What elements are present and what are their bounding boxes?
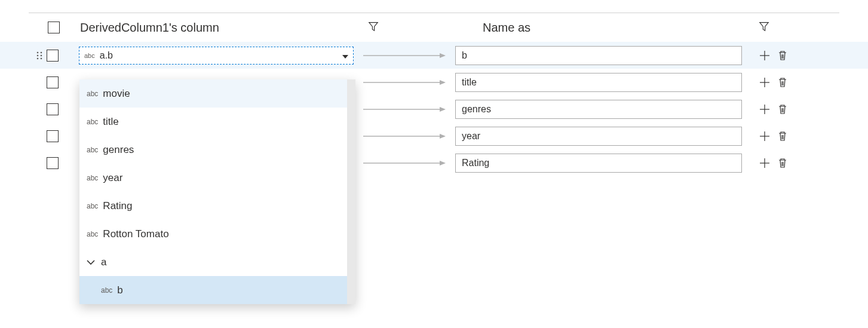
svg-point-2 — [37, 54, 39, 56]
filter-icon[interactable] — [368, 21, 379, 35]
name-as-input[interactable] — [455, 154, 742, 173]
column-dropdown[interactable]: abc movie abc title abc genres abc year … — [79, 79, 355, 176]
row-checkbox[interactable] — [47, 50, 59, 62]
mapping-arrow — [354, 79, 455, 85]
dropdown-option-label: title — [103, 116, 118, 128]
svg-point-5 — [41, 57, 42, 59]
name-as-input[interactable] — [455, 127, 742, 146]
svg-point-1 — [41, 51, 42, 53]
name-as-input[interactable] — [455, 73, 742, 92]
chevron-down-icon — [342, 51, 348, 60]
source-column-value: a.b — [100, 50, 342, 61]
select-all-checkbox[interactable] — [48, 22, 60, 33]
mapping-arrow — [354, 53, 455, 59]
type-badge: abc — [87, 174, 98, 177]
type-badge: abc — [87, 146, 98, 154]
svg-point-4 — [37, 57, 39, 59]
mapping-arrow — [354, 160, 455, 166]
row-checkbox[interactable] — [47, 130, 59, 142]
dropdown-option[interactable]: abc genres — [79, 136, 355, 164]
delete-button[interactable] — [777, 157, 789, 169]
top-divider — [29, 0, 839, 13]
dropdown-option-label: movie — [103, 88, 130, 100]
delete-button[interactable] — [777, 130, 789, 142]
dropdown-option[interactable]: abc movie — [79, 79, 355, 108]
type-badge: abc — [87, 118, 98, 126]
delete-button[interactable] — [777, 76, 789, 88]
name-as-header: Name as — [483, 21, 769, 35]
dropdown-option-label: year — [103, 172, 122, 177]
row-checkbox[interactable] — [47, 76, 59, 88]
mapping-row: abc a.b — [0, 42, 868, 69]
add-button[interactable] — [759, 76, 771, 88]
source-column-header-label: DerivedColumn1's column — [80, 21, 368, 35]
dropdown-scrollbar[interactable] — [347, 79, 355, 176]
name-as-input[interactable] — [455, 100, 742, 119]
filter-icon[interactable] — [759, 21, 769, 35]
name-as-header-label: Name as — [483, 21, 759, 35]
name-as-input[interactable] — [455, 46, 742, 65]
mapping-arrow — [354, 106, 455, 112]
add-button[interactable] — [759, 103, 771, 115]
add-button[interactable] — [759, 157, 771, 169]
delete-button[interactable] — [777, 50, 789, 62]
add-button[interactable] — [759, 50, 771, 62]
mapping-arrow — [354, 133, 455, 139]
type-badge: abc — [87, 90, 98, 98]
column-header-row: DerivedColumn1's column Name as — [0, 13, 868, 42]
row-checkbox[interactable] — [47, 103, 59, 115]
drag-handle-icon[interactable] — [33, 51, 45, 60]
svg-point-0 — [37, 51, 39, 53]
row-checkbox[interactable] — [47, 157, 59, 169]
delete-button[interactable] — [777, 103, 789, 115]
svg-point-3 — [41, 54, 42, 56]
dropdown-option[interactable]: abc title — [79, 108, 355, 136]
source-column-header: DerivedColumn1's column — [80, 21, 379, 35]
dropdown-option-label: genres — [103, 144, 134, 156]
dropdown-option[interactable]: abc year — [79, 164, 355, 176]
source-column-select[interactable]: abc a.b — [79, 47, 354, 65]
type-badge: abc — [84, 52, 95, 59]
add-button[interactable] — [759, 130, 771, 142]
